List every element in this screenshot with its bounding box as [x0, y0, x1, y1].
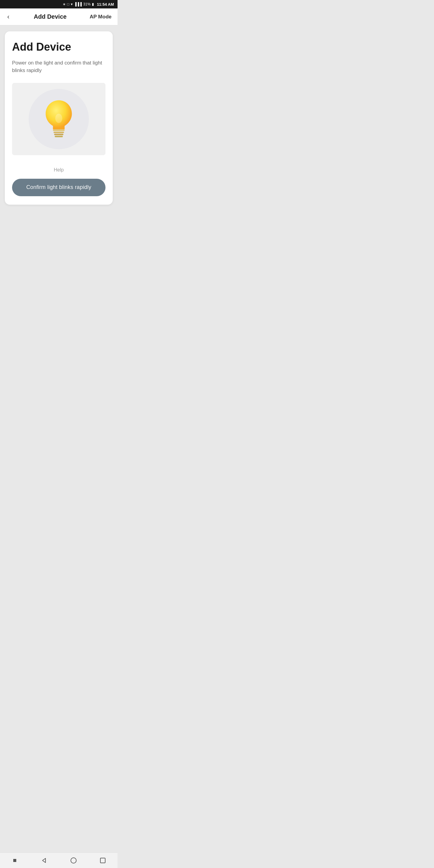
nav-home-button[interactable] [64, 855, 83, 867]
status-time: 11:54 AM [97, 2, 114, 7]
ap-mode-button[interactable]: AP Mode [90, 14, 112, 20]
nav-back-button[interactable] [35, 855, 53, 867]
back-triangle-icon [41, 857, 47, 864]
svg-rect-1 [54, 132, 64, 133]
status-icons: ∗ □ ▾ ▐▐▐ 31% ▮ 11:54 AM [63, 2, 114, 7]
add-device-card: Add Device Power on the light and confir… [5, 31, 113, 205]
bluetooth-icon: ∗ [63, 2, 66, 6]
wifi-icon: ▾ [71, 2, 73, 6]
svg-marker-5 [42, 858, 45, 863]
battery-percent: 31% [83, 2, 90, 6]
back-button[interactable]: ‹ [6, 12, 10, 22]
recents-square-icon [100, 858, 105, 863]
card-description: Power on the light and confirm that ligh… [12, 59, 105, 74]
main-content: Add Device Power on the light and confir… [0, 25, 118, 852]
lightbulb-icon [41, 98, 77, 140]
nav-recent-button[interactable] [6, 855, 24, 867]
recent-icon [13, 859, 16, 862]
nfc-icon: □ [67, 2, 69, 6]
confirm-blinks-button[interactable]: Confirm light blinks rapidly [12, 179, 105, 196]
svg-rect-3 [55, 135, 63, 137]
card-title: Add Device [12, 41, 105, 53]
nav-header: ‹ Add Device AP Mode [0, 8, 118, 25]
help-text[interactable]: Help [12, 167, 105, 173]
signal-icon: ▐▐▐ [74, 2, 82, 6]
page-title: Add Device [34, 13, 67, 20]
status-bar: ∗ □ ▾ ▐▐▐ 31% ▮ 11:54 AM [0, 0, 118, 8]
bulb-circle [29, 89, 89, 149]
svg-point-4 [55, 114, 62, 123]
bulb-illustration-container [12, 83, 105, 155]
battery-icon: ▮ [92, 2, 94, 6]
nav-recents-button[interactable] [94, 855, 112, 867]
home-circle-icon [70, 858, 76, 864]
bottom-nav-bar [0, 852, 118, 868]
svg-rect-2 [54, 133, 64, 135]
svg-rect-0 [53, 129, 65, 131]
